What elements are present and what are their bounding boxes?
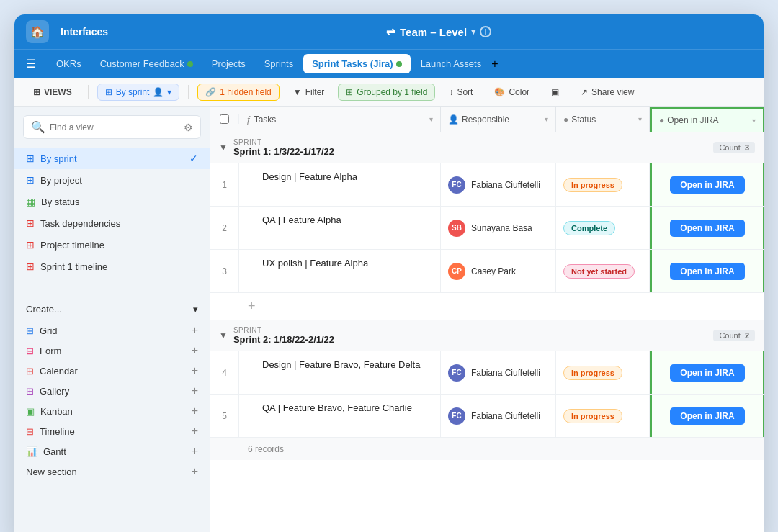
add-kanban-icon[interactable]: + <box>192 405 198 417</box>
open-jira-button[interactable]: Open in JIRA <box>670 407 744 425</box>
sidebar-item-label: Project timeline <box>40 240 104 251</box>
create-form[interactable]: ⊟Form + <box>14 341 210 361</box>
row-5-check[interactable]: 5 <box>210 395 239 437</box>
hamburger-icon[interactable]: ☰ <box>26 57 36 71</box>
add-task-row-sprint-1[interactable]: + <box>210 293 764 320</box>
table-row: 3 UX polish | Feature Alpha CP Casey Par… <box>210 250 764 293</box>
add-section-icon[interactable]: + <box>192 466 198 477</box>
row-2-responsible: SB Sunayana Basa <box>441 207 556 249</box>
grouped-button[interactable]: ⊞ Grouped by 1 field <box>338 84 435 101</box>
status-badge: In progress <box>563 366 622 380</box>
row-4-responsible: FC Fabiana Ciuffetelli <box>441 351 556 394</box>
sidebar-item-task-dependencies[interactable]: ⊞ Task dependencies <box>14 212 210 234</box>
row-3-check[interactable]: 3 <box>210 250 239 292</box>
create-kanban[interactable]: ▣Kanban + <box>14 401 210 421</box>
sidebar-item-project-timeline[interactable]: ⊞ Project timeline <box>14 234 210 256</box>
nav-tabs: OKRs Customer Feedback Projects Sprints … <box>48 54 752 73</box>
add-form-icon[interactable]: + <box>192 345 198 356</box>
task-name: QA | Feature Bravo, Feature Charlie <box>262 402 412 415</box>
create-gantt[interactable]: 📊Gantt + <box>14 441 210 461</box>
col-header-status[interactable]: ● Status ▾ <box>556 107 650 132</box>
row-4-status: In progress <box>556 351 650 394</box>
avatar: FC <box>448 176 465 194</box>
open-jira-button[interactable]: Open in JIRA <box>670 263 744 280</box>
select-all-check[interactable] <box>210 114 239 124</box>
jira-col-icon: ● <box>659 115 664 125</box>
connection-icon: ⇌ <box>386 25 395 38</box>
open-jira-button[interactable]: Open in JIRA <box>670 364 744 382</box>
sidebar-item-by-sprint[interactable]: ⊞ By sprint ✓ <box>14 148 210 169</box>
title-arrow[interactable]: ▾ <box>471 27 475 37</box>
info-icon[interactable]: i <box>480 26 491 37</box>
sidebar-item-by-status[interactable]: ▦ By status <box>14 191 210 212</box>
row-5-status: In progress <box>556 395 650 437</box>
task-name: Design | Feature Alpha <box>262 171 357 184</box>
responsible-name: Fabiana Ciuffetelli <box>471 411 540 421</box>
sidebar-item-sprint-1-timeline[interactable]: ⊞ Sprint 1 timeline <box>14 256 210 277</box>
search-container: 🔍 ⚙ <box>23 115 201 139</box>
by-sprint-button[interactable]: ⊞ By sprint 👤 ▾ <box>97 84 180 101</box>
filter-button[interactable]: ▼ Filter <box>285 84 333 101</box>
sprint-2-label: SPRINT <box>233 326 334 334</box>
create-label: Create... <box>26 304 62 315</box>
sort-button[interactable]: ↕ Sort <box>441 84 480 101</box>
tab-projects[interactable]: Projects <box>203 54 254 73</box>
responsible-col-icon: 👤 <box>448 114 459 125</box>
views-toggle[interactable]: ⊞ VIEWS <box>26 84 79 100</box>
form-icon: ⊟ <box>26 346 34 356</box>
create-new-section[interactable]: New section + <box>14 461 210 482</box>
create-section-header[interactable]: Create... ▾ <box>14 298 210 320</box>
tab-sprints[interactable]: Sprints <box>256 54 302 73</box>
table-icon: ▣ <box>551 87 559 97</box>
add-gantt-icon[interactable]: + <box>192 446 198 457</box>
col-header-jira[interactable]: ● Open in JIRA ▾ <box>650 107 764 132</box>
tab-sprint-tasks[interactable]: Sprint Tasks (Jira) <box>303 54 410 73</box>
col-header-tasks[interactable]: ƒ Tasks ▾ <box>239 107 441 132</box>
add-timeline-icon[interactable]: + <box>192 425 198 437</box>
active-checkmark: ✓ <box>189 153 198 164</box>
col-header-responsible[interactable]: 👤 Responsible ▾ <box>441 107 556 132</box>
kanban-icon: ▣ <box>26 406 35 417</box>
table-row: 1 Design | Feature Alpha FC Fabiana Ciuf… <box>210 163 764 207</box>
add-gallery-icon[interactable]: + <box>192 385 198 397</box>
sidebar-item-label: Sprint 1 timeline <box>40 261 107 272</box>
tab-customer-feedback[interactable]: Customer Feedback <box>91 54 202 73</box>
share-button[interactable]: ↗ Share view <box>573 84 642 101</box>
row-2-check[interactable]: 2 <box>210 207 239 249</box>
sidebar-item-by-project[interactable]: ⊞ By project <box>14 169 210 191</box>
sprint-group-1: ▼ SPRINT Sprint 1: 1/3/22-1/17/22 Count … <box>210 132 764 320</box>
sprint-2-collapse[interactable]: ▼ <box>219 330 228 341</box>
by-status-icon: ▦ <box>26 196 35 207</box>
open-jira-button[interactable]: Open in JIRA <box>670 220 744 237</box>
hidden-field-button[interactable]: 🔗 1 hidden field <box>197 84 279 101</box>
table-icon-button[interactable]: ▣ <box>543 84 567 101</box>
content-area: ƒ Tasks ▾ 👤 Responsible ▾ ● Status ▾ ● O… <box>210 107 764 532</box>
gear-icon[interactable]: ⚙ <box>184 122 193 133</box>
new-section-label: New section <box>26 466 77 477</box>
open-jira-button[interactable]: Open in JIRA <box>670 176 744 194</box>
add-calendar-icon[interactable]: + <box>192 365 198 377</box>
proj-timeline-icon: ⊞ <box>26 239 35 251</box>
create-gallery[interactable]: ⊞Gallery + <box>14 381 210 401</box>
select-all-checkbox[interactable] <box>220 114 229 124</box>
row-5-responsible: FC Fabiana Ciuffetelli <box>441 395 556 437</box>
create-label: Timeline <box>40 426 75 437</box>
row-1-status: In progress <box>556 163 650 206</box>
create-calendar[interactable]: ⊞Calendar + <box>14 361 210 381</box>
responsible-col-label: Responsible <box>462 114 509 125</box>
filter-icon: ▼ <box>293 87 302 97</box>
sprint-1-collapse[interactable]: ▼ <box>219 143 228 153</box>
tab-launch-assets[interactable]: Launch Assets <box>412 54 491 73</box>
row-1-check[interactable]: 1 <box>210 163 239 206</box>
row-4-task: Design | Feature Bravo, Feature Delta <box>239 351 441 394</box>
create-timeline[interactable]: ⊟Timeline + <box>14 421 210 441</box>
add-tab-button[interactable]: + <box>491 58 498 71</box>
row-4-check[interactable]: 4 <box>210 351 239 394</box>
search-input[interactable] <box>50 122 179 132</box>
create-grid[interactable]: ⊞Grid + <box>14 320 210 341</box>
color-button[interactable]: 🎨 Color <box>486 84 537 101</box>
app-window: 🏠 Interfaces ⇌ Team – Level ▾ i ☰ OKRs C… <box>14 14 764 532</box>
tab-okrs[interactable]: OKRs <box>48 54 90 73</box>
gallery-icon: ⊞ <box>26 386 34 397</box>
add-grid-icon[interactable]: + <box>192 325 198 336</box>
